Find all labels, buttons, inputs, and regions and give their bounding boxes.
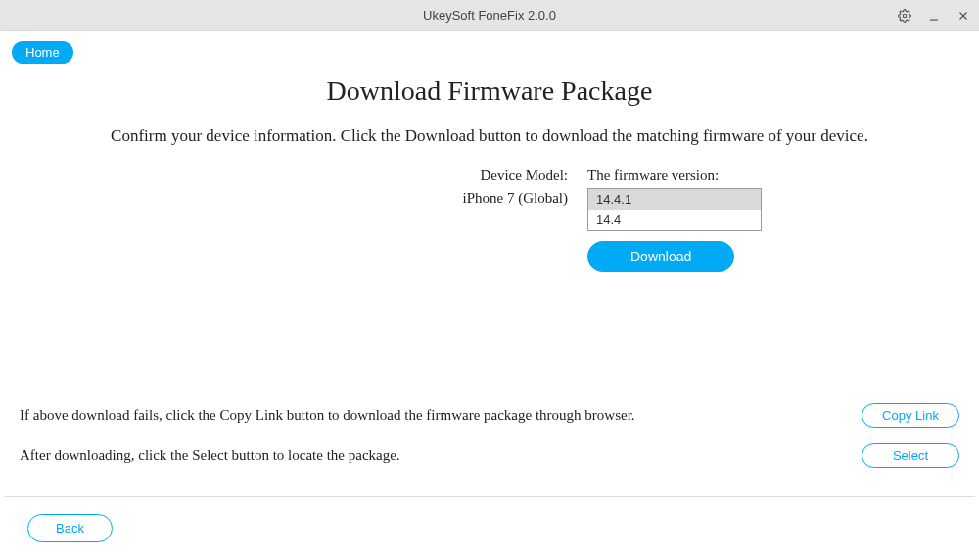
- device-model-label: Device Model:: [196, 167, 568, 184]
- select-row: After downloading, click the Select butt…: [20, 443, 959, 468]
- firmware-option[interactable]: 14.4: [588, 210, 761, 230]
- home-button[interactable]: Home: [12, 41, 73, 64]
- device-model-column: Device Model: iPhone 7 (Global): [196, 167, 568, 272]
- settings-icon[interactable]: [897, 8, 912, 23]
- device-form: Device Model: iPhone 7 (Global) The firm…: [196, 167, 783, 272]
- back-button[interactable]: Back: [27, 514, 113, 542]
- page-subtitle: Confirm your device information. Click t…: [39, 126, 940, 146]
- main-content: Download Firmware Package Confirm your d…: [0, 64, 979, 272]
- nav-row: Home: [0, 31, 979, 64]
- close-icon[interactable]: [956, 8, 971, 23]
- window-controls: [897, 0, 971, 30]
- firmware-option[interactable]: 14.4.1: [588, 189, 761, 210]
- copy-link-row: If above download fails, click the Copy …: [20, 403, 959, 428]
- page-title: Download Firmware Package: [39, 75, 940, 107]
- download-button[interactable]: Download: [587, 241, 734, 272]
- minimize-icon[interactable]: [926, 8, 942, 23]
- select-button[interactable]: Select: [862, 443, 959, 468]
- back-row: Back: [27, 514, 113, 542]
- copy-link-hint: If above download fails, click the Copy …: [20, 407, 635, 424]
- copy-link-button[interactable]: Copy Link: [862, 403, 959, 428]
- separator-line: [4, 496, 975, 497]
- titlebar: UkeySoft FoneFix 2.0.0: [0, 0, 979, 31]
- select-hint: After downloading, click the Select butt…: [20, 447, 400, 464]
- firmware-version-label: The firmware version:: [587, 167, 783, 184]
- window-title: UkeySoft FoneFix 2.0.0: [423, 8, 556, 23]
- firmware-version-column: The firmware version: 14.4.1 14.4 Downlo…: [587, 167, 783, 272]
- footer-hints: If above download fails, click the Copy …: [20, 403, 959, 484]
- svg-point-0: [903, 14, 907, 18]
- firmware-version-list[interactable]: 14.4.1 14.4: [587, 188, 762, 231]
- device-model-value: iPhone 7 (Global): [196, 190, 568, 207]
